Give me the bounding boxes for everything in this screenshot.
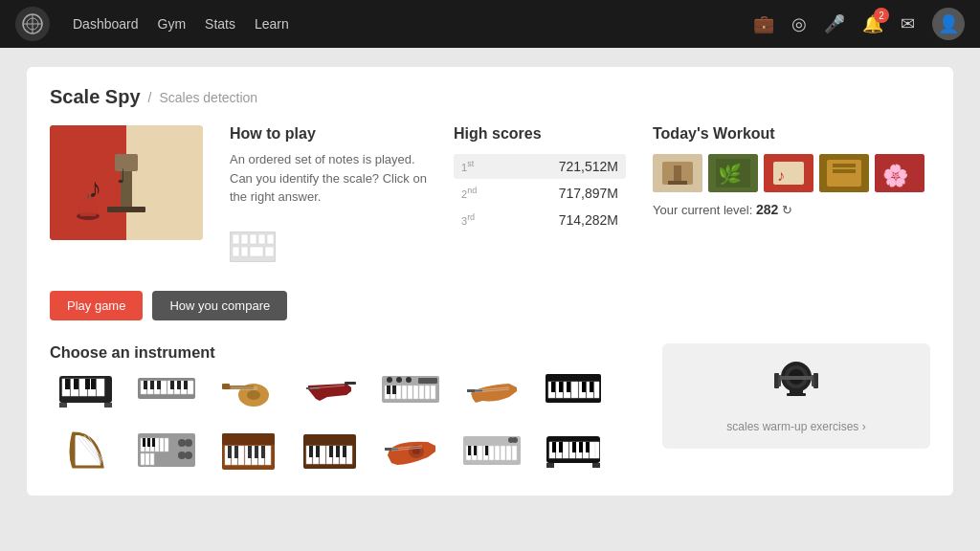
instrument-electric-guitar[interactable] <box>294 362 366 414</box>
instrument-piano-3[interactable] <box>294 424 366 476</box>
svg-rect-115 <box>155 438 159 452</box>
avatar[interactable]: 👤 <box>932 8 965 40</box>
instrument-guitar-4[interactable] <box>375 424 447 476</box>
svg-rect-35 <box>833 164 856 167</box>
instrument-harp[interactable] <box>50 424 122 476</box>
workout-thumb-4[interactable]: ✓ <box>819 154 869 192</box>
instrument-grand-piano[interactable] <box>50 362 122 414</box>
warmup-card[interactable]: scales warm-up exercises › <box>662 343 930 449</box>
warmup-section: scales warm-up exercises › <box>662 343 930 476</box>
svg-rect-185 <box>559 442 563 452</box>
svg-rect-69 <box>222 384 230 389</box>
main-card: Scale Spy / Scales detection ♪ <box>27 67 953 496</box>
svg-rect-48 <box>91 379 96 389</box>
svg-rect-86 <box>392 386 396 394</box>
svg-rect-19 <box>233 247 239 256</box>
score-row-2: 2nd 717,897M <box>454 181 626 206</box>
nav-links: Dashboard Gym Stats Learn <box>73 16 730 32</box>
svg-rect-153 <box>336 446 340 457</box>
mail-icon[interactable]: ✉ <box>901 13 915 34</box>
svg-rect-60 <box>144 381 147 389</box>
svg-rect-172 <box>485 446 488 455</box>
todays-workout-section: Today's Workout ✓ ✓ <box>653 125 930 268</box>
svg-point-127 <box>185 452 192 459</box>
svg-rect-65 <box>184 381 188 389</box>
svg-rect-139 <box>255 446 258 458</box>
briefcase-icon[interactable]: 💼 <box>753 13 774 34</box>
svg-rect-44 <box>97 379 104 396</box>
workout-thumb-2[interactable]: ✓ 🌿 <box>708 154 758 192</box>
refresh-icon: ↻ <box>782 203 792 217</box>
svg-rect-117 <box>165 438 168 452</box>
svg-rect-84 <box>431 386 435 399</box>
svg-rect-189 <box>546 463 554 468</box>
score-val-3: 714,282M <box>559 212 618 228</box>
logo[interactable] <box>15 7 50 41</box>
score-row-3: 3rd 714,282M <box>454 208 626 232</box>
workout-thumbs: ✓ ✓ 🌿 <box>653 154 930 192</box>
svg-rect-22 <box>265 247 274 256</box>
instruments-heading: Choose an instrument <box>50 343 643 362</box>
svg-rect-119 <box>145 453 149 465</box>
warmup-icon <box>772 358 820 414</box>
svg-text:♪: ♪ <box>777 167 785 184</box>
nav-stats[interactable]: Stats <box>205 16 235 32</box>
score-val-2: 717,897M <box>559 186 618 201</box>
svg-rect-55 <box>161 381 167 394</box>
svg-point-67 <box>247 390 260 400</box>
page-title: Scale Spy <box>50 86 141 108</box>
instrument-synthesizer[interactable] <box>375 362 447 414</box>
workout-thumb-1[interactable]: ✓ <box>653 154 702 192</box>
svg-rect-170 <box>468 446 471 455</box>
svg-rect-168 <box>506 446 511 460</box>
svg-rect-81 <box>413 386 418 399</box>
svg-rect-16 <box>250 234 256 244</box>
current-level-value: 282 <box>756 202 778 217</box>
keyboard-icon <box>230 218 427 268</box>
nav-gym[interactable]: Gym <box>158 16 187 32</box>
instrument-keyboard[interactable] <box>131 362 203 414</box>
svg-point-124 <box>178 439 186 447</box>
how-you-compare-button[interactable]: How you compare <box>152 291 287 320</box>
nav-dashboard[interactable]: Dashboard <box>73 16 139 32</box>
svg-rect-90 <box>418 378 437 384</box>
svg-rect-104 <box>567 382 570 392</box>
nav-learn[interactable]: Learn <box>255 16 289 32</box>
svg-rect-121 <box>143 438 145 447</box>
how-to-play-heading: How to play <box>230 125 427 143</box>
svg-rect-137 <box>234 446 238 458</box>
svg-point-87 <box>387 377 392 383</box>
score-rank-3: 3rd <box>461 212 475 227</box>
instrument-upright-piano[interactable] <box>212 424 284 476</box>
svg-rect-98 <box>571 382 578 398</box>
workout-thumb-3[interactable]: ✓ ♪ <box>764 154 813 192</box>
notification-icon[interactable]: 🔔 2 <box>862 13 883 34</box>
instrument-synth-3[interactable] <box>457 424 528 476</box>
score-val-1: 721,512M <box>559 159 618 174</box>
svg-rect-131 <box>238 446 244 465</box>
target-icon[interactable]: ◎ <box>791 13 807 34</box>
instrument-grand-piano-3[interactable] <box>538 424 610 476</box>
svg-rect-21 <box>250 247 263 256</box>
instrument-digital-piano-2[interactable] <box>538 362 610 414</box>
mic-icon[interactable]: 🎤 <box>824 13 845 34</box>
instrument-bass-guitar[interactable] <box>457 362 528 414</box>
svg-rect-20 <box>241 247 248 256</box>
main-content: Scale Spy / Scales detection ♪ <box>0 48 980 551</box>
svg-rect-120 <box>150 453 154 465</box>
action-buttons: Play game How you compare <box>50 291 930 320</box>
instruments-grid <box>50 362 643 476</box>
svg-rect-178 <box>563 442 568 458</box>
svg-rect-154 <box>343 446 346 457</box>
svg-rect-36 <box>833 169 856 173</box>
svg-rect-61 <box>150 381 154 389</box>
play-game-button[interactable]: Play game <box>50 291 143 320</box>
workout-thumb-5[interactable]: ✓ 🌸 <box>875 154 924 192</box>
warmup-label: scales warm-up exercises › <box>726 420 865 433</box>
svg-rect-118 <box>141 453 145 465</box>
instrument-acoustic-guitar[interactable] <box>212 362 284 414</box>
svg-rect-45 <box>65 379 70 389</box>
score-row-1: 1st 721,512M <box>454 154 626 179</box>
bottom-section: Choose an instrument <box>50 343 930 476</box>
instrument-organ[interactable] <box>131 424 203 476</box>
